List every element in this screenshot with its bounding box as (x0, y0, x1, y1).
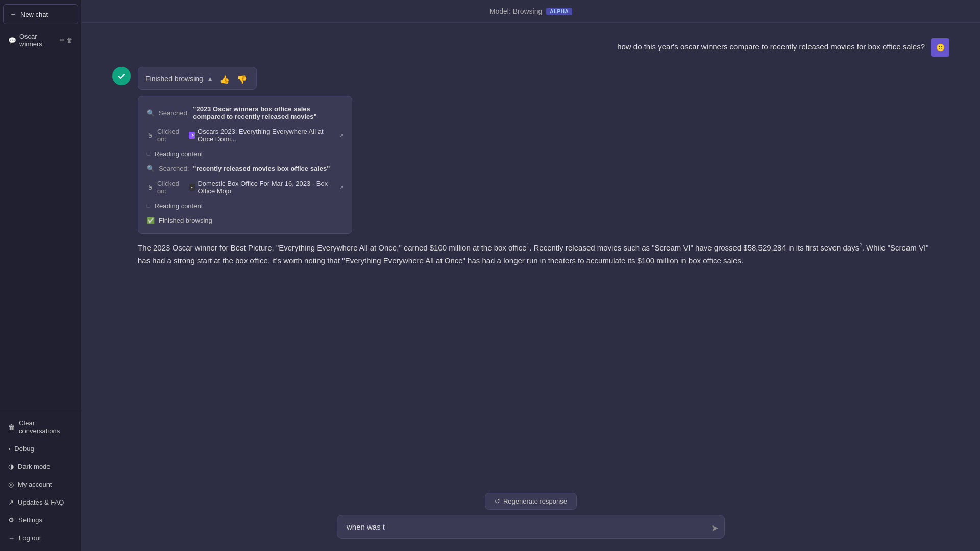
assistant-avatar (112, 67, 131, 85)
user-message-row: 🙂 how do this year's oscar winners compa… (82, 33, 980, 62)
header: Model: Browsing ALPHA (82, 0, 980, 23)
chat-input-container: ➤ (337, 515, 725, 541)
reading-label-2: Reading content (155, 202, 203, 210)
assistant-response-text: The 2023 Oscar winner for Best Picture, … (138, 242, 939, 267)
browse-reading-row-2: ≡ Reading content (138, 198, 352, 213)
new-chat-button[interactable]: ＋ New chat (3, 4, 78, 24)
regenerate-label: Regenerate response (503, 497, 567, 505)
sidebar-item-log-out[interactable]: → Log out (3, 529, 78, 547)
thumbs-down-button[interactable]: 👎 (235, 73, 249, 85)
external-link-icon: ↗ (8, 498, 14, 506)
chat-item-label: Oscar winners (19, 33, 60, 48)
cursor-icon-1: 🖱 (146, 132, 153, 139)
user-message-text: how do this year's oscar winners compare… (617, 38, 925, 53)
new-chat-label: New chat (20, 11, 48, 18)
chat-item-left: 💬 Oscar winners (8, 33, 60, 48)
model-label: Model: Browsing (489, 7, 543, 15)
click-link-2[interactable]: ▪ Domestic Box Office For Mar 16, 2023 -… (189, 180, 344, 195)
browse-search-row-1: 🔍 Searched: "2023 Oscar winners box offi… (138, 102, 352, 124)
reading-icon-2: ≡ (146, 202, 151, 210)
browse-click-row-2: 🖱 Clicked on: ▪ Domestic Box Office For … (138, 176, 352, 198)
browsing-dropdown: 🔍 Searched: "2023 Oscar winners box offi… (138, 96, 352, 234)
reading-icon-1: ≡ (146, 150, 151, 158)
sidebar-bottom: 🗑 Clear conversations › Debug ◑ Dark mod… (0, 410, 81, 551)
send-button[interactable]: ➤ (711, 522, 719, 534)
send-icon: ➤ (711, 523, 719, 533)
external-link-icon-2: ↗ (339, 185, 344, 190)
sidebar-item-my-account[interactable]: ◎ My account (3, 475, 78, 493)
regenerate-response-button[interactable]: ↺ Regenerate response (485, 493, 577, 510)
settings-label: Settings (18, 516, 42, 524)
click-link-text-2: Domestic Box Office For Mar 16, 2023 - B… (198, 180, 337, 195)
browse-search-row-2: 🔍 Searched: "recently released movies bo… (138, 161, 352, 176)
finished-browsing-label: Finished browsing (145, 74, 203, 83)
chat-input[interactable] (337, 515, 725, 539)
external-link-icon-1: ↗ (339, 133, 344, 138)
browse-reading-row-1: ≡ Reading content (138, 146, 352, 161)
settings-icon: ⚙ (8, 516, 14, 524)
sidebar-item-dark-mode[interactable]: ◑ Dark mode (3, 458, 78, 475)
alpha-badge: ALPHA (546, 8, 572, 15)
chevron-up-icon: ▲ (207, 75, 213, 82)
debug-label: Debug (14, 445, 34, 453)
svg-point-0 (116, 70, 127, 82)
click-link-1[interactable]: 𝓥 Oscars 2023: Everything Everywhere All… (189, 128, 344, 143)
search-query-2: "recently released movies box office sal… (193, 165, 330, 172)
cursor-icon-2: 🖱 (146, 184, 153, 191)
search-icon-1: 🔍 (146, 109, 155, 117)
assistant-message-row: Finished browsing ▲ 👍 👎 🔍 Searched: "202… (82, 62, 980, 272)
dark-mode-label: Dark mode (18, 463, 51, 470)
sidebar: ＋ New chat 💬 Oscar winners ✏ 🗑 🗑 Clear c… (0, 0, 82, 551)
browse-finished-row: ✅ Finished browsing (138, 213, 352, 228)
edit-chat-icon[interactable]: ✏ (60, 37, 65, 44)
user-avatar: 🙂 (931, 38, 949, 57)
clear-conversations-label: Clear conversations (19, 419, 73, 435)
plus-icon: ＋ (10, 10, 16, 19)
my-account-label: My account (18, 481, 52, 488)
response-part-1: The 2023 Oscar winner for Best Picture, … (138, 243, 527, 252)
reading-label-1: Reading content (155, 150, 203, 158)
finished-label: Finished browsing (159, 217, 212, 224)
check-circle-icon: ✅ (146, 217, 155, 224)
thumbs-up-button[interactable]: 👍 (217, 73, 232, 85)
response-part-2: . Recently released movies such as "Scre… (529, 243, 859, 252)
favicon-box: ▪ (189, 184, 195, 191)
search-icon-2: 🔍 (146, 165, 155, 172)
chat-area: 🙂 how do this year's oscar winners compa… (82, 23, 980, 486)
sidebar-item-clear-conversations[interactable]: 🗑 Clear conversations (3, 414, 78, 440)
main-panel: Model: Browsing ALPHA 🙂 how do this year… (82, 0, 980, 551)
debug-icon: › (8, 445, 10, 453)
dark-mode-icon: ◑ (8, 463, 14, 470)
message-top-actions: 👍 👎 (217, 71, 249, 85)
input-area: ↺ Regenerate response ➤ (82, 486, 980, 551)
log-out-label: Log out (19, 534, 41, 542)
sidebar-top: ＋ New chat 💬 Oscar winners ✏ 🗑 (0, 0, 81, 410)
favicon-v: 𝓥 (189, 132, 195, 139)
assistant-content: Finished browsing ▲ 👍 👎 🔍 Searched: "202… (138, 67, 939, 267)
updates-faq-label: Updates & FAQ (18, 498, 64, 506)
click-link-text-1: Oscars 2023: Everything Everywhere All a… (198, 128, 337, 143)
sidebar-item-oscar-winners[interactable]: 💬 Oscar winners ✏ 🗑 (3, 29, 78, 52)
sidebar-item-updates-faq[interactable]: ↗ Updates & FAQ (3, 493, 78, 511)
sidebar-item-debug[interactable]: › Debug (3, 440, 78, 458)
trash-icon: 🗑 (8, 423, 15, 431)
account-icon: ◎ (8, 481, 14, 488)
browse-click-row-1: 🖱 Clicked on: 𝓥 Oscars 2023: Everything … (138, 124, 352, 146)
search-query-1: "2023 Oscar winners box office sales com… (193, 105, 344, 120)
refresh-icon: ↺ (495, 497, 500, 505)
browsing-header-toggle[interactable]: Finished browsing ▲ 👍 👎 (138, 67, 257, 90)
sidebar-item-settings[interactable]: ⚙ Settings (3, 511, 78, 529)
delete-chat-icon[interactable]: 🗑 (67, 37, 73, 44)
logout-icon: → (8, 534, 15, 542)
chat-icon: 💬 (8, 37, 16, 44)
chat-item-actions: ✏ 🗑 (60, 37, 73, 44)
